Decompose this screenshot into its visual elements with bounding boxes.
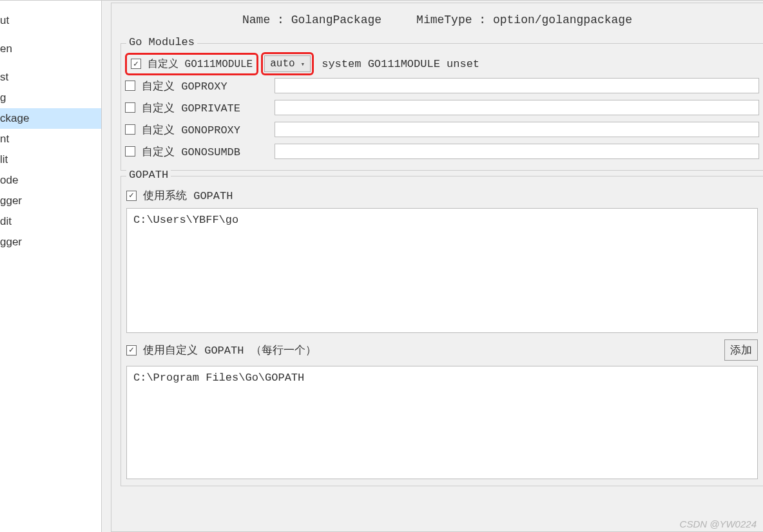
go111module-highlight: 自定义 GO111MODULE: [125, 53, 258, 75]
gonosumdb-input[interactable]: [275, 144, 759, 159]
go111module-select[interactable]: auto ▾: [264, 55, 311, 72]
go111module-checkbox[interactable]: [131, 59, 141, 69]
gonoproxy-input[interactable]: [275, 122, 759, 137]
sidebar-item[interactable]: ode: [0, 170, 101, 191]
use-system-gopath-label: 使用系统 GOPATH: [143, 188, 233, 203]
add-gopath-button[interactable]: 添加: [724, 339, 758, 361]
go-modules-fieldset: Go Modules 自定义 GO111MODULE auto ▾ system…: [121, 43, 763, 171]
mimetype-label: MimeType :: [416, 14, 493, 26]
custom-gopath-textarea[interactable]: C:\Program Files\Go\GOPATH: [126, 366, 758, 479]
sidebar-item[interactable]: nt: [0, 129, 101, 149]
gonoproxy-label: 自定义 GONOPROXY: [142, 122, 240, 137]
name-value: GolangPackage: [291, 14, 382, 26]
goprivate-input[interactable]: [275, 100, 759, 115]
sidebar-item[interactable]: lit: [0, 149, 101, 170]
gonoproxy-checkbox[interactable]: [125, 124, 135, 135]
goprivate-checkbox[interactable]: [125, 102, 135, 113]
gopath-legend: GOPATH: [126, 169, 171, 181]
sidebar-item[interactable]: g: [0, 88, 101, 108]
name-label: Name :: [242, 14, 291, 26]
goproxy-label: 自定义 GOPROXY: [142, 79, 227, 93]
mimetype-value: option/golangpackage: [493, 14, 632, 26]
goproxy-input[interactable]: [275, 78, 759, 93]
go-modules-legend: Go Modules: [126, 36, 197, 48]
sidebar-item[interactable]: en: [0, 39, 101, 59]
sidebar-item[interactable]: [0, 31, 101, 39]
goproxy-checkbox[interactable]: [125, 81, 135, 91]
go111module-select-value: auto: [270, 58, 295, 70]
system-gopath-textarea[interactable]: C:\Users\YBFF\go: [126, 208, 758, 333]
sidebar-item[interactable]: dit: [0, 211, 101, 232]
chevron-down-icon: ▾: [301, 60, 305, 68]
use-custom-gopath-checkbox[interactable]: [126, 345, 137, 356]
main-panel: Name : GolangPackage MimeType : option/g…: [102, 0, 763, 532]
use-custom-gopath-label: 使用自定义 GOPATH （每行一个）: [143, 343, 316, 357]
sidebar-item[interactable]: ut: [0, 10, 101, 31]
sidebar-item[interactable]: gger: [0, 191, 101, 211]
gopath-fieldset: GOPATH 使用系统 GOPATH C:\Users\YBFF\go 使用自定…: [121, 176, 763, 486]
gonosumdb-checkbox[interactable]: [125, 146, 135, 157]
sidebar-item[interactable]: [0, 59, 101, 67]
go111module-label: 自定义 GO111MODULE: [148, 57, 253, 71]
sidebar-item-golangpackage[interactable]: ckage: [0, 108, 101, 129]
header: Name : GolangPackage MimeType : option/g…: [111, 14, 763, 26]
sidebar: ut en st g ckage nt lit ode gger dit gge…: [0, 0, 102, 532]
go111module-select-highlight: auto ▾: [261, 52, 314, 75]
go111module-hint: system GO111MODULE unset: [322, 58, 479, 70]
gonosumdb-label: 自定义 GONOSUMDB: [142, 144, 240, 159]
sidebar-item[interactable]: st: [0, 67, 101, 88]
sidebar-item[interactable]: gger: [0, 232, 101, 252]
goprivate-label: 自定义 GOPRIVATE: [142, 100, 240, 115]
use-system-gopath-checkbox[interactable]: [126, 191, 137, 201]
